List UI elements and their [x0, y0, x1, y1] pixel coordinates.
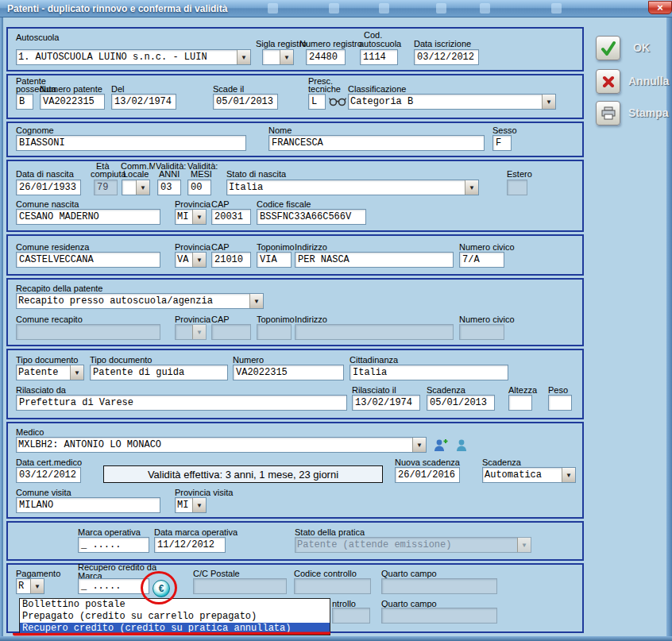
dropdown-item-bollettino[interactable]: Bollettino postale: [20, 599, 330, 611]
tipo-documento-descr-field[interactable]: Patente di guida: [90, 365, 228, 380]
numero-documento-field[interactable]: VA2022315: [233, 365, 344, 380]
indirizzo-recapito-label: Indirizzo: [295, 315, 327, 324]
classificazione-label: Classificazione: [348, 84, 406, 94]
chevron-down-icon: ▼: [249, 294, 263, 308]
mesi-label: MESI: [191, 169, 212, 179]
titlebar-glare: [268, 3, 278, 14]
numero-civico-label: Numero civico: [459, 242, 515, 252]
cap-nascita-field[interactable]: 20031: [211, 209, 251, 225]
provincia-residenza-select[interactable]: VA ▼: [175, 252, 207, 268]
comune-visita-field[interactable]: MILANO: [16, 497, 160, 513]
presc-field[interactable]: L: [308, 94, 326, 110]
recupero-marca-field[interactable]: _ .....: [78, 578, 149, 594]
ok-button-label[interactable]: OK: [633, 41, 650, 54]
printer-icon: [600, 105, 617, 122]
anni-field[interactable]: 03: [157, 180, 181, 195]
doctor-icon[interactable]: [454, 438, 469, 457]
chevron-down-icon: ▼: [465, 180, 478, 195]
peso-field[interactable]: [548, 395, 572, 411]
cognome-field[interactable]: BIASSONI: [16, 135, 246, 151]
toponimo-field[interactable]: VIA: [257, 252, 292, 268]
dropdown-item-prepagato[interactable]: Prepagato (credito su carrello prepagato…: [20, 611, 330, 623]
data-cert-medico-field[interactable]: 03/12/2012: [16, 467, 81, 483]
data-iscrizione-field[interactable]: 03/12/2012: [414, 49, 479, 65]
autoscuola-value: 1. AUTOSCUOLA LUINO s.n.c. - LUIN: [17, 50, 237, 64]
dropdown-item-recupero-credito[interactable]: Recupero credito (credito su pratica ann…: [20, 623, 330, 635]
comm-med-select[interactable]: ▼: [122, 180, 150, 195]
chevron-down-icon: ▼: [562, 468, 575, 482]
stampa-button[interactable]: [596, 101, 620, 125]
altezza-field[interactable]: [508, 395, 532, 411]
cap-residenza-field[interactable]: 21010: [211, 252, 251, 268]
app-window: Patenti - duplicato rinnovo e conferma d…: [0, 0, 672, 641]
eta-field: 79: [94, 180, 118, 195]
stampa-button-label[interactable]: Stampa: [628, 106, 669, 119]
cittadinanza-field[interactable]: Italia: [350, 365, 508, 380]
comune-nascita-field[interactable]: CESANO MADERNO: [16, 209, 160, 225]
annulla-button[interactable]: [596, 69, 620, 94]
provincia-visita-label: Provincia visita: [175, 488, 233, 497]
marca-operativa-field[interactable]: _ .....: [78, 537, 149, 553]
window-title: Patenti - duplicato rinnovo e conferma d…: [7, 3, 227, 14]
annulla-button-label[interactable]: Annulla: [628, 75, 669, 87]
nuova-scadenza-label: Nuova scadenza: [395, 458, 460, 467]
cc-postale-label: C/C Postale: [193, 569, 240, 578]
codice-fiscale-field[interactable]: BSSFNC33A66C566V: [257, 209, 366, 225]
comm-med-value: [122, 180, 136, 195]
toponimo-label: Toponimo: [257, 242, 295, 252]
cittadinanza-label: Cittadinanza: [350, 355, 398, 365]
sesso-field[interactable]: F: [492, 135, 512, 151]
pagamento-select[interactable]: R ▼: [16, 578, 44, 594]
ok-button[interactable]: [596, 36, 620, 60]
numero-registro-field[interactable]: 24480: [306, 49, 346, 65]
scade-il-field[interactable]: 05/01/2013: [213, 94, 278, 110]
cod-autoscuola-label: autoscuola: [359, 39, 401, 48]
rilasciato-da-field[interactable]: Prefettura di Varese: [16, 395, 347, 411]
add-doctor-icon[interactable]: [433, 438, 449, 457]
quarto-campo-field: [381, 578, 497, 594]
del-field[interactable]: 13/02/1974: [111, 94, 176, 110]
provincia-recapito-value: [176, 325, 192, 339]
sigla-registro-select[interactable]: ▼: [262, 49, 294, 65]
cap-nascita-label: CAP: [211, 199, 230, 209]
numero-patente-field[interactable]: VA2022315: [40, 94, 105, 110]
numero-civico-field[interactable]: 7/A: [459, 252, 504, 268]
comune-nascita-label: Comune nascita: [16, 199, 79, 209]
titlebar-glare: [329, 3, 339, 14]
nuova-scadenza-field[interactable]: 26/01/2016: [395, 467, 460, 483]
scadenza-medico-select[interactable]: Automatica ▼: [482, 467, 576, 483]
comune-residenza-field[interactable]: CASTELVECCANA: [16, 252, 160, 268]
chevron-down-icon: ▼: [542, 95, 555, 109]
recapito-select[interactable]: Recapito presso autoscuola/agenzia ▼: [16, 293, 264, 309]
data-nascita-field[interactable]: 26/01/1933: [16, 180, 81, 195]
numero-documento-label: Numero: [233, 355, 264, 365]
civico-recapito-field: [459, 324, 504, 340]
stato-nascita-select[interactable]: Italia ▼: [226, 180, 479, 195]
scadenza-medico-value: Automatica: [483, 468, 562, 482]
titlebar-glare: [436, 3, 446, 14]
comune-recapito-field: [16, 324, 160, 340]
close-button[interactable]: ×: [648, 1, 672, 14]
recapito-value: Recapito presso autoscuola/agenzia: [17, 294, 249, 308]
provincia-visita-select[interactable]: MI ▼: [175, 497, 207, 513]
cap-recapito-field: [211, 324, 251, 340]
patente-posseduta-field[interactable]: B: [16, 94, 33, 110]
rilasciato-il-field[interactable]: 13/02/1974: [352, 395, 420, 411]
provincia-nascita-select[interactable]: MI ▼: [175, 209, 207, 225]
indirizzo-field[interactable]: PER NASCA: [295, 252, 454, 268]
euro-credit-icon[interactable]: €: [153, 580, 170, 597]
chevron-down-icon: ▼: [517, 538, 531, 552]
tipo-documento-select[interactable]: Patente ▼: [16, 365, 84, 380]
cod-autoscuola-field[interactable]: 1114: [360, 49, 398, 65]
medico-label: Medico: [16, 427, 44, 437]
medico-select[interactable]: MXLBH2: ANTONIO LO MONACO ▼: [16, 437, 427, 453]
stato-pratica-select: Patente (attende emissione) ▼: [295, 537, 531, 553]
mesi-field[interactable]: 00: [187, 180, 211, 195]
scadenza-documento-field[interactable]: 05/01/2013: [427, 395, 495, 411]
titlebar[interactable]: Patenti - duplicato rinnovo e conferma d…: [0, 0, 672, 17]
data-marca-field[interactable]: 11/12/2012: [154, 537, 226, 553]
autoscuola-select[interactable]: 1. AUTOSCUOLA LUINO s.n.c. - LUIN ▼: [16, 49, 251, 65]
nome-field[interactable]: FRANCESCA: [268, 135, 485, 151]
glasses-icon[interactable]: [329, 95, 346, 110]
classificazione-select[interactable]: Categoria B ▼: [348, 94, 556, 110]
